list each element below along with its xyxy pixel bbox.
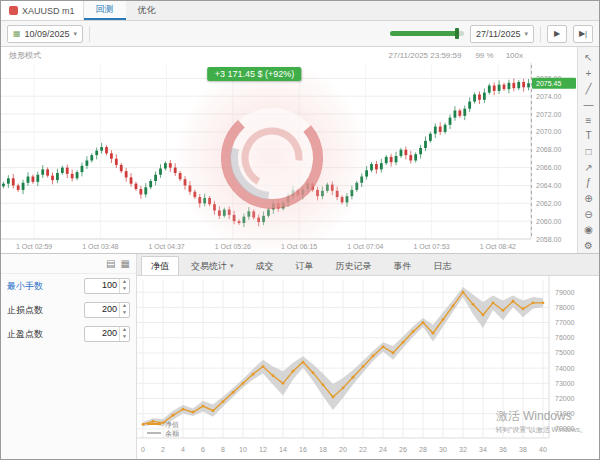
results-tabs: 净值交易统计▾成交订单历史记录事件日志 — [137, 254, 599, 276]
calendar-icon: ▦ — [13, 29, 21, 38]
trendline-icon[interactable]: ╱ — [580, 81, 598, 96]
svg-text:1 Oct 02:59: 1 Oct 02:59 — [16, 243, 52, 250]
zoom-in-icon[interactable]: ⊕ — [580, 191, 598, 206]
start-date-value: 10/09/2025 — [25, 29, 70, 39]
arrow-icon[interactable]: ↗ — [580, 160, 598, 175]
svg-text:36: 36 — [499, 446, 507, 453]
svg-text:0: 0 — [141, 446, 145, 453]
svg-text:1 Oct 06:15: 1 Oct 06:15 — [281, 243, 317, 250]
svg-text:18: 18 — [319, 446, 327, 453]
chart-header-right: 99 % 100x — [475, 51, 523, 60]
title-bar: XAUUSD m1 回测优化 — [1, 1, 599, 21]
svg-text:12: 12 — [259, 446, 267, 453]
svg-text:40: 40 — [539, 446, 547, 453]
parameter-input[interactable]: 200▲▼ — [84, 326, 130, 342]
svg-text:2068.00: 2068.00 — [536, 146, 561, 153]
parameter-value: 200 — [85, 327, 119, 341]
candlestick-chart[interactable]: +3 171.45 $ (+92%) 2058.002060.002062.00… — [1, 63, 577, 253]
parameter-input[interactable]: 100▲▼ — [84, 278, 130, 294]
zoom-out-icon[interactable]: ⊖ — [580, 207, 598, 222]
results-tab-5[interactable]: 事件 — [384, 256, 422, 275]
shapes-icon[interactable]: □ — [580, 144, 598, 159]
stepper-down-icon[interactable]: ▼ — [120, 286, 129, 293]
toolbar-divider — [89, 26, 90, 42]
view-tab-1[interactable]: 优化 — [126, 1, 168, 20]
results-tab-3[interactable]: 订单 — [286, 256, 324, 275]
step-forward-icon: ▶| — [579, 29, 587, 38]
chevron-down-icon: ▾ — [230, 262, 234, 270]
candles-svg[interactable]: 2058.002060.002062.002064.002066.002068.… — [1, 63, 577, 253]
svg-text:1 Oct 03:48: 1 Oct 03:48 — [82, 243, 118, 250]
svg-text:2: 2 — [161, 446, 165, 453]
svg-text:71000: 71000 — [555, 410, 575, 417]
svg-text:2072.00: 2072.00 — [536, 111, 561, 118]
stepper: ▲▼ — [119, 303, 129, 317]
svg-text:74000: 74000 — [555, 365, 575, 372]
equity-svg[interactable]: 0246810121416182022242628303234363840700… — [137, 276, 599, 460]
end-date-picker[interactable]: 27/11/2025 ▾ — [470, 25, 534, 43]
parameters-panel: ▤ ▦ 最小手数100▲▼止损点数200▲▼止盈点数200▲▼ — [1, 254, 137, 459]
cursor-icon[interactable]: ↖ — [580, 50, 598, 65]
results-tab-4[interactable]: 历史记录 — [326, 256, 382, 275]
start-date-picker[interactable]: ▦ 10/09/2025 ▾ — [7, 25, 83, 43]
svg-text:余额: 余额 — [165, 430, 180, 438]
svg-text:2064.00: 2064.00 — [536, 182, 561, 189]
svg-text:2062.00: 2062.00 — [536, 200, 561, 207]
parameter-row-0: 最小手数100▲▼ — [1, 274, 136, 298]
svg-text:28: 28 — [419, 446, 427, 453]
svg-text:72000: 72000 — [555, 395, 575, 402]
drawing-toolbar: ↖+╱—≡T□↗ƒ⊕⊖◉⚙ — [577, 47, 599, 253]
svg-text:26: 26 — [399, 446, 407, 453]
equity-chart[interactable]: 0246810121416182022242628303234363840700… — [137, 276, 599, 459]
svg-text:10: 10 — [239, 446, 247, 453]
parameter-input[interactable]: 200▲▼ — [84, 302, 130, 318]
indicator-icon[interactable]: ƒ — [580, 176, 598, 191]
svg-text:1 Oct 05:26: 1 Oct 05:26 — [215, 243, 251, 250]
svg-text:14: 14 — [279, 446, 287, 453]
speed-slider-fill — [390, 31, 457, 36]
fibonacci-icon[interactable]: ≡ — [580, 113, 598, 128]
camera-icon[interactable]: ◉ — [580, 223, 598, 238]
svg-text:73000: 73000 — [555, 380, 575, 387]
horizontal-line-icon[interactable]: — — [580, 97, 598, 112]
text-icon[interactable]: T — [580, 128, 598, 143]
speed-slider[interactable] — [390, 31, 464, 36]
results-panel: 净值交易统计▾成交订单历史记录事件日志 02468101214161820222… — [137, 254, 599, 459]
results-tab-2[interactable]: 成交 — [246, 256, 284, 275]
svg-text:6: 6 — [201, 446, 205, 453]
instrument-tab-label: XAUUSD m1 — [22, 6, 75, 16]
svg-text:76000: 76000 — [555, 334, 575, 341]
view-tabs: 回测优化 — [84, 1, 168, 20]
svg-text:2075.45: 2075.45 — [536, 80, 561, 87]
svg-text:1 Oct 07:04: 1 Oct 07:04 — [347, 243, 383, 250]
svg-text:2066.00: 2066.00 — [536, 164, 561, 171]
svg-text:2070.00: 2070.00 — [536, 128, 561, 135]
chart-speed: 100x — [506, 51, 523, 60]
play-button[interactable]: ▶ — [547, 25, 567, 43]
parameter-label: 止损点数 — [7, 304, 43, 317]
stepper-down-icon[interactable]: ▼ — [120, 334, 129, 341]
results-tab-6[interactable]: 日志 — [424, 256, 462, 275]
svg-text:20: 20 — [339, 446, 347, 453]
parameter-rows: 最小手数100▲▼止损点数200▲▼止盈点数200▲▼ — [1, 274, 136, 346]
svg-text:2074.00: 2074.00 — [536, 93, 561, 100]
svg-text:4: 4 — [181, 446, 185, 453]
results-tab-0[interactable]: 净值 — [141, 256, 179, 275]
chevron-down-icon: ▾ — [524, 30, 528, 38]
step-forward-button[interactable]: ▶| — [573, 25, 593, 43]
results-tab-1[interactable]: 交易统计▾ — [181, 256, 244, 275]
crosshair-icon[interactable]: + — [580, 66, 598, 81]
playback-toolbar: ▦ 10/09/2025 ▾ 27/11/2025 ▾ ▶ ▶| — [1, 21, 599, 47]
instrument-tab[interactable]: XAUUSD m1 — [1, 1, 84, 20]
chart-column: 烛形模式 27/11/2025 23:59:59 99 % 100x +3 17… — [1, 47, 577, 253]
svg-text:1 Oct 04:37: 1 Oct 04:37 — [149, 243, 185, 250]
grid-view-icon[interactable]: ▦ — [121, 258, 130, 269]
stepper: ▲▼ — [119, 327, 129, 341]
settings-icon[interactable]: ⚙ — [580, 238, 598, 253]
list-view-icon[interactable]: ▤ — [106, 258, 115, 269]
svg-text:16: 16 — [299, 446, 307, 453]
speed-slider-thumb[interactable] — [455, 28, 459, 39]
svg-text:79000: 79000 — [555, 289, 575, 296]
view-tab-0[interactable]: 回测 — [84, 1, 126, 20]
stepper-down-icon[interactable]: ▼ — [120, 310, 129, 317]
